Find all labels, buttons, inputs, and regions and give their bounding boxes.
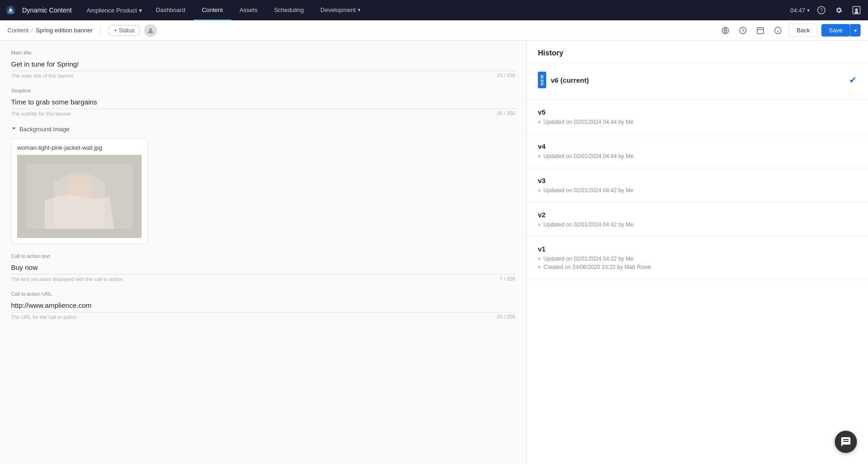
version-v2-top: v2 [538,211,857,219]
main-tabs: Dashboard Content Assets Scheduling Deve… [148,0,790,20]
user-account-icon[interactable] [850,4,862,16]
background-image-section: Background image woman-light-pink-jacket… [11,126,515,244]
nav-divider [100,26,101,35]
tab-assets[interactable]: Assets [231,0,266,20]
version-dot-icon [538,189,541,192]
main-title-row-bottom: The main title of this banner 23 / 256 [11,71,515,79]
preview-icon[interactable] [718,24,732,37]
version-dot-icon [538,155,541,158]
version-v4-detail: Updated on 02/01/2024 04:44 by Me [538,153,857,159]
version-v3-top: v3 [538,177,857,184]
strapline-input[interactable] [11,96,515,109]
back-button[interactable]: Back [789,24,818,37]
save-button[interactable]: Save [821,24,850,37]
version-item-v5[interactable]: v5 Updated on 02/01/2024 04:44 by Me [527,100,868,134]
breadcrumb-separator: / [31,27,33,34]
version-item-v4[interactable]: v4 Updated on 02/01/2024 04:44 by Me [527,134,868,168]
sub-nav-actions: Back Save ▾ [718,24,861,37]
svg-point-1 [9,9,12,12]
tab-scheduling[interactable]: Scheduling [266,0,312,20]
content-form-panel: Main title The main title of this banner… [0,41,526,464]
cta-text-field-group: Call to action text The text you want di… [11,253,515,282]
chat-button[interactable] [835,431,857,453]
sub-navigation: Content / Spring edition banner + Status… [0,20,868,41]
cta-url-field-group: Call to action URL The URL for the call … [11,291,515,320]
version-item-v2[interactable]: v2 Updated on 02/01/2024 04:42 by Me [527,202,868,237]
main-title-input[interactable] [11,58,515,71]
version-v2-detail: Updated on 02/01/2024 04:42 by Me [538,221,857,228]
image-thumbnail [17,155,142,238]
version-v1-top: v1 [538,245,857,253]
image-filename: woman-light-pink-jacket-wall.jpg [17,144,142,151]
version-v6-top: NEW v6 (current) ✔ [538,72,857,88]
version-item-v3[interactable]: v3 Updated on 02/01/2024 04:42 by Me [527,168,868,202]
product-selector[interactable]: Amplience Product ▾ [81,7,147,14]
history-icon[interactable] [736,24,750,37]
version-dot-icon [538,121,541,123]
save-dropdown-button[interactable]: ▾ [850,24,861,37]
version-dot-icon [538,266,541,269]
chevron-down-icon: ▾ [807,7,810,13]
strapline-field-group: Strapline The subtitle for this banner 2… [11,88,515,116]
cta-text-row-bottom: The text you want displayed with the cal… [11,275,515,282]
chevron-down-icon [11,126,17,133]
calendar-icon[interactable] [753,24,767,37]
version-v3-label: v3 [538,177,857,184]
svg-text:?: ? [820,7,823,13]
save-group: Save ▾ [821,24,861,37]
tab-development[interactable]: Development ▾ [312,0,369,20]
cta-url-counter: 24 / 256 [497,314,515,319]
version-v5-top: v5 [538,108,857,116]
version-current-check-icon: ✔ [849,74,857,85]
version-item-v1[interactable]: v1 Updated on 02/01/2024 04:22 by Me Cre… [527,237,868,279]
image-block[interactable]: woman-light-pink-jacket-wall.jpg [11,138,148,244]
main-title-hint: The main title of this banner [11,73,74,79]
main-layout: Main title The main title of this banner… [0,41,868,464]
version-item-v6[interactable]: NEW v6 (current) ✔ [527,63,868,100]
help-icon[interactable]: ? [815,4,827,16]
cta-url-input[interactable] [11,299,515,312]
background-image-label: Background image [19,126,69,133]
main-title-label: Main title [11,50,515,55]
history-title: History [527,41,868,63]
cta-text-label: Call to action text [11,253,515,259]
breadcrumb-root-link[interactable]: Content [7,27,29,34]
cta-url-hint: The URL for the call to action [11,314,77,320]
assignee-avatar[interactable] [144,24,157,37]
main-title-field-group: Main title The main title of this banner… [11,50,515,79]
version-dot-icon [538,257,541,260]
svg-rect-10 [757,28,764,34]
version-new-badge: NEW [538,72,546,88]
version-v2-label: v2 [538,211,857,219]
nav-right-actions: 04:47 ▾ ? [790,4,862,16]
version-v5-detail: Updated on 02/01/2024 04:44 by Me [538,119,857,125]
info-icon[interactable] [771,24,785,37]
cta-text-counter: 7 / 256 [500,276,515,281]
settings-icon[interactable] [833,4,845,16]
main-title-counter: 23 / 256 [497,73,515,78]
version-v3-detail: Updated on 02/01/2024 04:42 by Me [538,187,857,194]
top-navigation: Dynamic Content Amplience Product ▾ Dash… [0,0,868,20]
strapline-hint: The subtitle for this banner [11,111,71,116]
version-dot-icon [538,223,541,226]
version-v6-label: v6 (current) [551,76,844,84]
svg-point-5 [855,8,858,11]
breadcrumb-current: Spring edition banner [36,27,93,34]
background-image-toggle[interactable]: Background image [11,126,515,133]
app-logo[interactable] [6,5,16,15]
status-button[interactable]: + Status [108,25,140,36]
chevron-down-icon: ▾ [854,28,857,33]
version-v5-label: v5 [538,108,857,116]
breadcrumb: Content / Spring edition banner [7,27,93,34]
cta-text-hint: The text you want displayed with the cal… [11,276,123,282]
version-v1-label: v1 [538,245,857,253]
clock-display: 04:47 ▾ [790,7,810,14]
version-v1-detail-2: Created on 24/06/2020 10:22 by Matt Rowe [538,264,857,270]
chevron-down-icon: ▾ [358,7,361,13]
cta-url-label: Call to action URL [11,291,515,297]
version-v4-top: v4 [538,142,857,150]
tab-dashboard[interactable]: Dashboard [148,0,194,20]
tab-content[interactable]: Content [193,0,231,20]
version-v4-label: v4 [538,142,857,150]
cta-text-input[interactable] [11,262,515,275]
